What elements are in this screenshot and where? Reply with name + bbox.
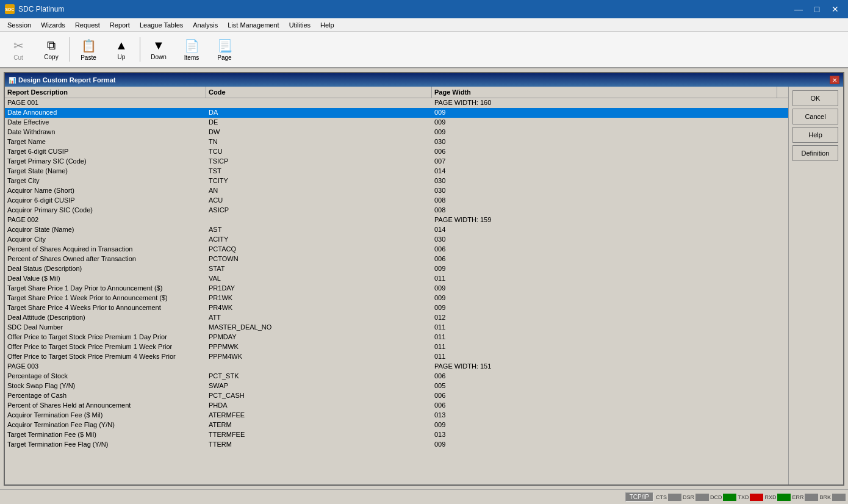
table-row[interactable]: Offer Price to Target Stock Price Premiu…	[5, 333, 788, 342]
table-row[interactable]: Acquiror Name (Short)AN030	[5, 186, 788, 196]
toolbar-btn-down[interactable]: ▼Down	[143, 34, 174, 65]
table-row[interactable]: Acquiror 6-digit CUSIPACU008	[5, 196, 788, 206]
cell-code: ATERMFEE	[206, 411, 432, 420]
table-row[interactable]: Stock Swap Flag (Y/N)SWAP005	[5, 381, 788, 391]
table-row[interactable]: Target State (Name)TST014	[5, 167, 788, 176]
dialog-close-button[interactable]: ✕	[830, 76, 839, 84]
table-row[interactable]: Target Primary SIC (Code)TSICP007	[5, 157, 788, 167]
definition-button[interactable]: Definition	[792, 145, 838, 161]
table-row[interactable]: SDC Deal NumberMASTER_DEAL_NO011	[5, 323, 788, 333]
toolbar-btn-copy[interactable]: ⧉Copy	[35, 34, 67, 65]
cell-desc: Date Effective	[5, 118, 206, 128]
table-row[interactable]: Deal Attitude (Description)ATT012	[5, 313, 788, 323]
table-row[interactable]: Target CityTCITY030	[5, 176, 788, 186]
cell-code: TN	[206, 137, 432, 147]
cell-code: VAL	[206, 274, 432, 284]
table-row[interactable]: Deal Status (Description)STAT009	[5, 264, 788, 274]
cell-width: 030	[432, 186, 788, 196]
table-row[interactable]: Date WithdrawnDW009	[5, 128, 788, 137]
cell-desc: Acquiror Termination Fee ($ Mil)	[5, 411, 206, 420]
table-row[interactable]: Acquiror Termination Fee ($ Mil)ATERMFEE…	[5, 411, 788, 420]
toolbar-btn-paste[interactable]: 📋Paste	[73, 34, 104, 65]
cancel-button[interactable]: Cancel	[792, 109, 838, 124]
ok-button[interactable]: OK	[792, 90, 838, 106]
help-button[interactable]: Help	[792, 127, 838, 143]
table-row[interactable]: PAGE 002PAGE WIDTH: 159	[5, 215, 788, 225]
cell-desc: Target State (Name)	[5, 167, 206, 176]
table-row[interactable]: PAGE 003PAGE WIDTH: 151	[5, 362, 788, 372]
cell-desc: Target Share Price 1 Day Prior to Announ…	[5, 284, 206, 293]
cell-width: 008	[432, 196, 788, 206]
toolbar-btn-items[interactable]: 📄Items	[176, 34, 207, 65]
cell-code: ASICP	[206, 206, 432, 215]
cell-code: PHDA	[206, 401, 432, 411]
cell-code: PPPMWK	[206, 342, 432, 352]
cell-desc: Acquiror Primary SIC (Code)	[5, 206, 206, 215]
toolbar-btn-page[interactable]: 📃Page	[209, 34, 240, 65]
cell-desc: PAGE 002	[5, 215, 206, 225]
cts-light	[668, 494, 681, 501]
table-row[interactable]: Date AnnouncedDA009	[5, 108, 788, 118]
menu-item-wizards[interactable]: Wizards	[36, 20, 70, 30]
table-row[interactable]: Date EffectiveDE009	[5, 118, 788, 128]
menu-item-session[interactable]: Session	[2, 20, 36, 30]
table-row[interactable]: Percentage of CashPCT_CASH006	[5, 391, 788, 401]
app-title: SDC Platinum	[18, 5, 64, 13]
table-row[interactable]: Target 6-digit CUSIPTCU006	[5, 147, 788, 157]
table-row[interactable]: Acquiror CityACITY030	[5, 235, 788, 245]
menu-item-list-management[interactable]: List Management	[223, 20, 284, 30]
cell-width: PAGE WIDTH: 151	[432, 362, 788, 372]
table-row[interactable]: Target Share Price 1 Week Prior to Annou…	[5, 293, 788, 303]
menu-item-request[interactable]: Request	[70, 20, 105, 30]
table-row[interactable]: Percent of Shares Acquired in Transactio…	[5, 245, 788, 254]
cell-width: 011	[432, 323, 788, 333]
table-row[interactable]: Offer Price to Target Stock Price Premiu…	[5, 342, 788, 352]
table-row[interactable]: PAGE 001PAGE WIDTH: 160	[5, 98, 788, 108]
table-row[interactable]: Percent of Shares Held at AnnouncementPH…	[5, 401, 788, 411]
brk-light	[832, 494, 846, 501]
cell-code: STAT	[206, 264, 432, 274]
table-row[interactable]: Target Share Price 1 Day Prior to Announ…	[5, 284, 788, 293]
maximize-button[interactable]: □	[809, 3, 825, 15]
cell-code: ACITY	[206, 235, 432, 245]
cell-desc: Acquiror State (Name)	[5, 225, 206, 235]
minimize-button[interactable]: —	[791, 3, 807, 15]
menu-item-utilities[interactable]: Utilities	[284, 20, 315, 30]
table-row[interactable]: Target Termination Fee ($ Mil)TTERMFEE01…	[5, 430, 788, 440]
table-row[interactable]: Acquiror Primary SIC (Code)ASICP008	[5, 206, 788, 215]
cell-desc: Offer Price to Target Stock Price Premiu…	[5, 352, 206, 362]
cell-code: PCT_CASH	[206, 391, 432, 401]
dialog-title-bar: 📊 Design Custom Report Format ✕	[5, 73, 843, 87]
table-row[interactable]: Target NameTN030	[5, 137, 788, 147]
table-rows: PAGE 001PAGE WIDTH: 160Date AnnouncedDA0…	[5, 98, 788, 450]
menu-item-help[interactable]: Help	[315, 20, 339, 30]
menu-item-analysis[interactable]: Analysis	[188, 20, 223, 30]
table-row[interactable]: Target Termination Fee Flag (Y/N)TTERM00…	[5, 440, 788, 450]
table-row[interactable]: Percent of Shares Owned after Transactio…	[5, 254, 788, 264]
cell-code: PR4WK	[206, 303, 432, 313]
cell-width: PAGE WIDTH: 160	[432, 98, 788, 108]
main-area: 📊 Design Custom Report Format ✕ Report D…	[0, 68, 848, 489]
cell-code: PPMDAY	[206, 333, 432, 342]
toolbar-separator-1	[70, 37, 70, 62]
cell-width: 009	[432, 264, 788, 274]
close-button[interactable]: ✕	[827, 3, 843, 15]
table-row[interactable]: Acquiror Termination Fee Flag (Y/N)ATERM…	[5, 420, 788, 430]
cell-width: 009	[432, 284, 788, 293]
right-panel: OK Cancel Help Definition	[788, 87, 843, 484]
menu-item-report[interactable]: Report	[105, 20, 135, 30]
cell-code: DA	[206, 108, 432, 118]
table-scroll[interactable]: PAGE 001PAGE WIDTH: 160Date AnnouncedDA0…	[5, 98, 788, 484]
copy-icon: ⧉	[47, 38, 56, 52]
table-row[interactable]: Acquiror State (Name)AST014	[5, 225, 788, 235]
toolbar-separator-2	[140, 37, 140, 62]
menu-item-league-tables[interactable]: League Tables	[135, 20, 188, 30]
table-row[interactable]: Target Share Price 4 Weeks Prior to Anno…	[5, 303, 788, 313]
cell-desc: Acquiror Name (Short)	[5, 186, 206, 196]
table-row[interactable]: Percentage of StockPCT_STK006	[5, 372, 788, 381]
toolbar-btn-up[interactable]: ▲Up	[106, 34, 137, 65]
col-header-desc: Report Description	[5, 87, 206, 98]
cell-width: 011	[432, 333, 788, 342]
table-row[interactable]: Offer Price to Target Stock Price Premiu…	[5, 352, 788, 362]
table-row[interactable]: Deal Value ($ Mil)VAL011	[5, 274, 788, 284]
